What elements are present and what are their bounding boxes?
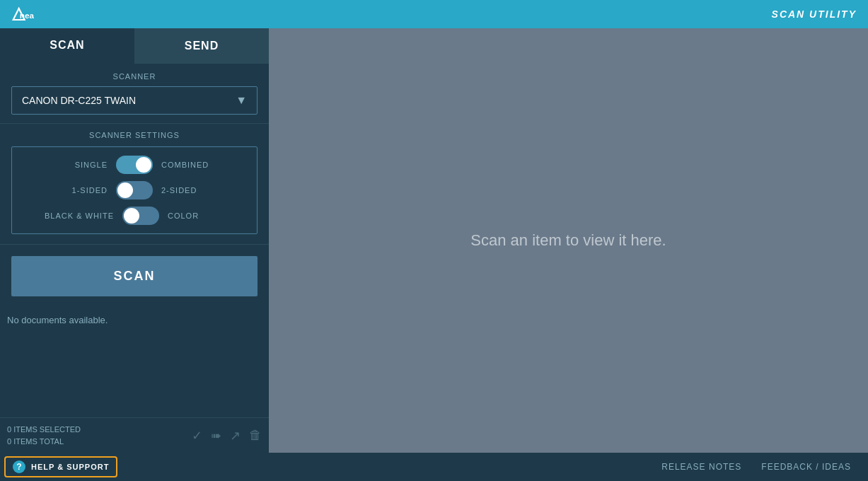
- release-notes-link[interactable]: RELEASE NOTES: [652, 462, 751, 472]
- scan-button[interactable]: SCAN: [11, 256, 257, 296]
- scanner-label: SCANNER: [11, 72, 257, 81]
- footer: ? HELP & SUPPORT RELEASE NOTES FEEDBACK …: [0, 453, 868, 481]
- toggle-track: [116, 181, 153, 199]
- app-header: neat SCAN UTILITY: [0, 0, 868, 28]
- tab-scan[interactable]: SCAN: [0, 28, 134, 64]
- combined-label: COMBINED: [161, 161, 218, 169]
- single-label: SINGLE: [51, 161, 108, 169]
- help-support-label: HELP & SUPPORT: [31, 463, 109, 471]
- no-documents-message: No documents available.: [7, 315, 108, 325]
- status-text: 0 ITEMS SELECTED 0 ITEMS TOTAL: [7, 424, 81, 447]
- tab-bar: SCAN SEND: [0, 28, 269, 64]
- single-combined-toggle[interactable]: [116, 156, 153, 174]
- items-selected: 0 ITEMS SELECTED: [7, 424, 81, 436]
- filter-icon[interactable]: ➠: [211, 428, 221, 444]
- color-toggle[interactable]: [122, 207, 159, 225]
- toggle-thumb: [136, 157, 151, 173]
- color-label: COLOR: [168, 211, 224, 220]
- toggle-thumb: [117, 182, 133, 198]
- toggle-track: [116, 156, 153, 174]
- sided-toggle[interactable]: [116, 181, 153, 199]
- preview-empty-message: Scan an item to view it here.: [470, 231, 666, 250]
- share-icon[interactable]: ↗: [230, 428, 241, 444]
- help-support-button[interactable]: ? HELP & SUPPORT: [4, 456, 117, 477]
- settings-box: SINGLE COMBINED 1-SIDED: [11, 146, 257, 234]
- status-bar: 0 ITEMS SELECTED 0 ITEMS TOTAL ✓ ➠ ↗ 🗑: [0, 417, 269, 453]
- settings-section: SCANNER SETTINGS SINGLE COMBINED 1-SIDED: [0, 124, 269, 245]
- main-area: SCAN SEND SCANNER CANON DR-C225 TWAIN ▼ …: [0, 28, 868, 453]
- tab-send[interactable]: SEND: [134, 28, 269, 64]
- right-panel: Scan an item to view it here.: [269, 28, 868, 453]
- scanner-dropdown[interactable]: CANON DR-C225 TWAIN ▼: [11, 86, 257, 115]
- svg-text:neat: neat: [20, 11, 34, 20]
- items-total: 0 ITEMS TOTAL: [7, 436, 81, 448]
- feedback-link[interactable]: FEEDBACK / IDEAS: [751, 462, 861, 472]
- trash-icon[interactable]: 🗑: [249, 428, 262, 443]
- toggle-thumb: [124, 208, 139, 224]
- status-actions: ✓ ➠ ↗ 🗑: [192, 428, 262, 444]
- checkmark-icon[interactable]: ✓: [192, 428, 202, 444]
- sided-row: 1-SIDED 2-SIDED: [23, 181, 245, 199]
- footer-links: RELEASE NOTES FEEDBACK / IDEAS: [652, 462, 861, 472]
- neat-logo-icon: neat: [11, 3, 34, 25]
- color-row: BLACK & WHITE COLOR: [23, 207, 245, 225]
- app-title: SCAN UTILITY: [772, 8, 857, 20]
- toggle-track: [122, 207, 159, 225]
- one-sided-label: 1-SIDED: [51, 186, 108, 195]
- scanner-selected-value: CANON DR-C225 TWAIN: [22, 95, 136, 106]
- dropdown-arrow-icon: ▼: [236, 94, 247, 107]
- help-icon: ?: [13, 460, 25, 473]
- two-sided-label: 2-SIDED: [161, 186, 218, 195]
- document-list: No documents available.: [0, 308, 269, 417]
- scanner-section: SCANNER CANON DR-C225 TWAIN ▼: [0, 64, 269, 124]
- single-combined-row: SINGLE COMBINED: [23, 156, 245, 174]
- scan-button-section: SCAN: [0, 245, 269, 308]
- settings-label: SCANNER SETTINGS: [11, 131, 257, 139]
- logo: neat: [11, 3, 34, 25]
- left-panel: SCAN SEND SCANNER CANON DR-C225 TWAIN ▼ …: [0, 28, 269, 453]
- bw-label: BLACK & WHITE: [45, 211, 114, 220]
